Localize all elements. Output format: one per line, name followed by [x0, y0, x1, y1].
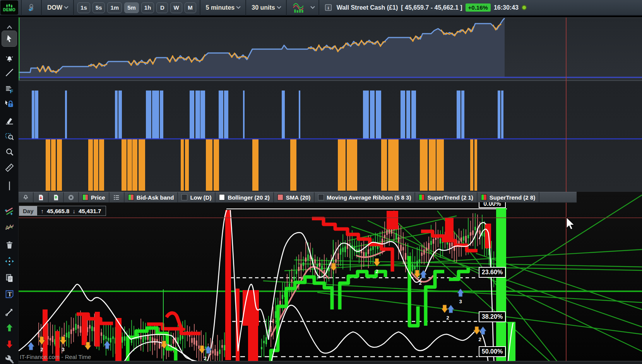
indicator-tab-supertrend-2-1-[interactable]: SuperTrend (2 1) — [415, 192, 477, 202]
timeframe-1s[interactable]: 1s — [77, 2, 90, 13]
day-range-bar: Day ↑ 45,665.8 ↓ 45,431.7 — [19, 206, 106, 216]
timeframe-1h[interactable]: 1h — [141, 2, 154, 13]
chart-style-button[interactable] — [289, 0, 309, 15]
period-dropdown[interactable]: 5 minutes — [203, 0, 243, 15]
bottom-scroll-strip[interactable] — [19, 361, 642, 364]
signal-bars-pane[interactable] — [19, 80, 642, 192]
overview-pane[interactable] — [19, 17, 642, 80]
link-button[interactable] — [24, 0, 39, 15]
eraser-tool[interactable] — [2, 113, 16, 126]
indicator-label: SuperTrend (2 1) — [427, 194, 473, 201]
indicator-tab-low-d-[interactable]: Low (D) — [178, 192, 216, 202]
link-icon — [27, 3, 36, 13]
doc-up-icon — [52, 194, 60, 201]
doc-up-button[interactable] — [49, 192, 64, 202]
chart-region[interactable]: 23222322 PriceBid-Ask bandLow (D)Bolling… — [19, 17, 642, 364]
timeframe-M[interactable]: M — [185, 2, 196, 13]
indicator-tab-bollinger-20-2-[interactable]: Bollinger (20 2) — [216, 192, 274, 202]
zoom-icon — [4, 147, 15, 157]
indicator-swatch — [219, 194, 225, 200]
connection-status-dot — [522, 5, 527, 10]
indicator-tab-sma-20-[interactable]: SMA (20) — [274, 192, 315, 202]
indicator-swatch — [128, 194, 134, 200]
timeframe-1m[interactable]: 1m — [107, 2, 122, 13]
svg-text:F: F — [10, 89, 13, 94]
pattern-icon — [4, 222, 15, 233]
ruler-icon — [4, 162, 15, 173]
settings-icon — [4, 354, 15, 364]
timeframe-W[interactable]: W — [170, 2, 182, 13]
symbol-dropdown[interactable]: DOW — [44, 0, 71, 15]
channel-tool[interactable] — [2, 204, 16, 217]
chevron-down-icon — [236, 4, 241, 9]
zoom-tool[interactable] — [2, 145, 16, 159]
close-button[interactable] — [64, 192, 79, 202]
arrow-up-tool[interactable] — [2, 321, 16, 334]
indicator-swatch — [181, 194, 187, 200]
trendline-tool[interactable] — [2, 66, 16, 79]
indicator-label: Bid-Ask band — [137, 194, 174, 201]
duplicate-tool[interactable] — [2, 271, 16, 284]
chevron-down-icon — [310, 4, 315, 9]
lock-icon — [4, 99, 15, 109]
zoom-area-tool[interactable] — [2, 130, 16, 143]
cursor-tool[interactable] — [2, 31, 17, 47]
units-dropdown[interactable]: 30 units — [248, 0, 283, 15]
indicator-tab-bid-ask-band[interactable]: Bid-Ask band — [125, 192, 178, 202]
alerts-tool[interactable] — [2, 53, 16, 66]
trading-app: DEMO DOW 1s5s1m5m1hDWM 5 minutes 30 unit… — [0, 0, 642, 364]
indicator-legend-bar: PriceBid-Ask bandLow (D)Bollinger (20 2)… — [19, 192, 577, 203]
arrow-tool[interactable] — [2, 305, 16, 318]
delete-icon — [4, 240, 15, 250]
arrow-icon — [4, 306, 15, 317]
info-button[interactable]: i — [323, 0, 334, 15]
indicator-tab-supertrend-2-8-[interactable]: SuperTrend (2 8) — [478, 192, 539, 202]
channel-icon — [4, 206, 15, 216]
chart-style-icon — [292, 2, 306, 13]
pattern-tool[interactable] — [2, 221, 16, 234]
alerts-icon — [4, 54, 15, 65]
timeframe-group: 1s5s1m5m1hDWM — [76, 2, 197, 13]
timeframe-D[interactable]: D — [156, 2, 168, 13]
doc-down-button[interactable] — [34, 192, 49, 202]
indicator-label: Low (D) — [190, 194, 211, 201]
day-high-value: 45,665.8 — [47, 208, 69, 214]
arrow-down-tool[interactable] — [2, 337, 16, 350]
close-icon — [67, 194, 75, 201]
ruler-tool[interactable] — [2, 161, 16, 174]
bell-button[interactable] — [19, 192, 34, 202]
fib-level-382[interactable]: 38.20% — [479, 311, 506, 322]
day-chip[interactable]: Day — [19, 206, 37, 215]
move-tool[interactable] — [2, 255, 16, 268]
settings-tool[interactable] — [2, 352, 16, 364]
fib-level-236[interactable]: 23.60% — [479, 267, 506, 278]
fib-level-50[interactable]: 50.00% — [479, 346, 506, 357]
day-low-arrow-icon: ↓ — [72, 208, 75, 214]
delete-tool[interactable] — [2, 238, 16, 251]
lock-tool[interactable] — [2, 97, 16, 110]
list-button[interactable] — [110, 192, 125, 202]
timeframe-5s[interactable]: 5s — [92, 2, 105, 13]
text-tool[interactable]: T — [2, 287, 16, 301]
change-badge: +0.16% — [466, 3, 491, 12]
cursor-icon — [4, 34, 15, 44]
indicator-label: SuperTrend (2 8) — [490, 194, 535, 201]
indicator-tab-price[interactable]: Price — [79, 192, 110, 202]
indicator-tab-moving-average-ribbon-5-8-3-[interactable]: Moving Average Ribbon (5 8 3) — [315, 192, 415, 202]
annotations-tool[interactable]: F — [2, 82, 16, 96]
chart-style-dropdown[interactable] — [309, 0, 316, 15]
zoom-area-icon — [4, 131, 15, 142]
duplicate-icon — [4, 273, 15, 283]
fib-level-0[interactable]: 0.00% — [479, 202, 506, 208]
indicator-label: SMA (20) — [286, 194, 311, 201]
indicator-swatch — [481, 194, 487, 200]
arrow-up-icon — [4, 323, 15, 333]
demo-logo: DEMO — [0, 0, 18, 15]
eraser-icon — [4, 115, 15, 125]
day-high-arrow-icon: ↑ — [41, 208, 44, 214]
timeframe-5m[interactable]: 5m — [124, 2, 139, 13]
main-price-pane[interactable] — [19, 192, 642, 364]
indicator-label: Bollinger (20 2) — [228, 194, 269, 201]
vertical-line-tool[interactable] — [2, 179, 16, 192]
svg-text:T: T — [8, 291, 12, 297]
